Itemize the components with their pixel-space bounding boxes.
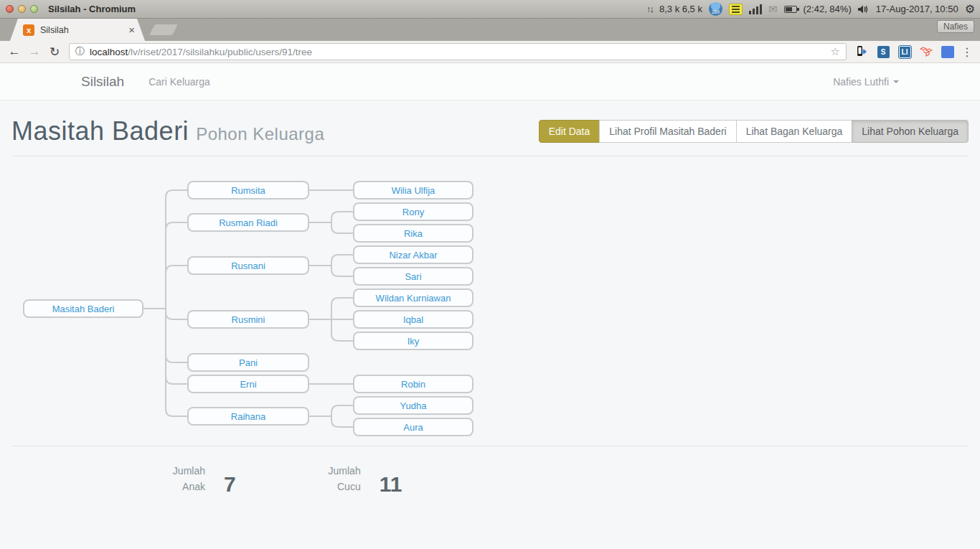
url-path: /lv/riset/2017/silsilahku/public/users/9… bbox=[128, 47, 312, 57]
screen: Silsilah - Chromium ↑↓ 8,3 k 6,5 k 289 ✉… bbox=[0, 0, 980, 549]
url-text: localhost/lv/riset/2017/silsilahku/publi… bbox=[90, 47, 825, 57]
tab-strip: x Silsilah × Nafies bbox=[0, 19, 980, 41]
lihat-profil-button[interactable]: Lihat Profil Masitah Baderi bbox=[599, 120, 736, 143]
page-info-icon[interactable]: ⓘ bbox=[75, 45, 85, 58]
s-extension-icon[interactable]: S bbox=[875, 44, 891, 60]
battery-icon[interactable] bbox=[784, 6, 797, 13]
tree-node[interactable]: Rusnani bbox=[187, 256, 309, 275]
signal-strength-icon[interactable] bbox=[749, 4, 762, 14]
tree-node[interactable]: Erni bbox=[187, 375, 309, 393]
back-button[interactable]: ← bbox=[6, 43, 23, 60]
network-rate-label: 8,3 k 6,5 k bbox=[659, 4, 702, 14]
page-subtitle: Pohon Keluarga bbox=[196, 124, 324, 144]
family-tree: Masitah BaderiRumsitaWilia UlfijaRusman … bbox=[11, 181, 969, 436]
page-title: Masitah BaderiPohon Keluarga bbox=[11, 116, 324, 146]
window-controls bbox=[6, 5, 38, 13]
tree-node[interactable]: Rusmini bbox=[187, 310, 309, 329]
system-tray: ↑↓ 8,3 k 6,5 k 289 ✉ (2:42, 84%) 17-Aug-… bbox=[646, 2, 980, 16]
user-dropdown[interactable]: Nafies Luthfi bbox=[833, 76, 899, 88]
lihat-bagan-button[interactable]: Lihat Bagan Keluarga bbox=[736, 120, 853, 143]
download-badge-icon[interactable]: 289 bbox=[709, 2, 722, 16]
browser-menu-icon[interactable]: ⋮ bbox=[960, 45, 974, 59]
lihat-pohon-button[interactable]: Lihat Pohon Keluarga bbox=[852, 120, 969, 143]
footer-divider bbox=[11, 446, 969, 446]
tree-node[interactable]: Wilia Ulfija bbox=[353, 181, 473, 200]
tree-node[interactable]: Sari bbox=[353, 267, 473, 286]
tree-node[interactable]: Rusman Riadi bbox=[187, 213, 309, 232]
window-close-button[interactable] bbox=[6, 5, 14, 13]
tree-node[interactable]: Iky bbox=[353, 332, 473, 350]
list-indicator-icon[interactable] bbox=[729, 4, 743, 15]
tree-node[interactable]: Robin bbox=[353, 375, 473, 393]
action-button-group: Edit Data Lihat Profil Masitah Baderi Li… bbox=[539, 120, 969, 143]
nav-cari-keluarga[interactable]: Cari Keluarga bbox=[149, 76, 210, 88]
battery-label: (2:42, 84%) bbox=[804, 4, 852, 14]
tree-node[interactable]: Aura bbox=[353, 418, 473, 436]
reload-button[interactable]: ↻ bbox=[46, 43, 63, 60]
tree-node[interactable]: Yudha bbox=[353, 396, 473, 415]
window-maximize-button[interactable] bbox=[30, 5, 38, 13]
li-extension-icon[interactable]: LI bbox=[897, 44, 913, 60]
tree-node[interactable]: Pani bbox=[187, 353, 309, 372]
address-bar[interactable]: ⓘ localhost/lv/riset/2017/silsilahku/pub… bbox=[69, 43, 847, 60]
jumlah-anak-label: Jumlah Anak bbox=[165, 464, 205, 494]
header-divider bbox=[11, 156, 969, 156]
mail-icon[interactable]: ✉ bbox=[768, 3, 778, 16]
tree-node[interactable]: Iqbal bbox=[353, 310, 473, 329]
tree-node[interactable]: Raihana bbox=[187, 407, 309, 426]
username-overlay: Nafies bbox=[937, 20, 974, 33]
tree-node[interactable]: Nizar Akbar bbox=[353, 245, 473, 264]
window-minimize-button[interactable] bbox=[18, 5, 26, 13]
browser-toolbar: ← → ↻ ⓘ localhost/lv/riset/2017/silsilah… bbox=[0, 41, 980, 63]
network-arrows-icon[interactable]: ↑↓ bbox=[646, 4, 653, 14]
brand-link[interactable]: Silsilah bbox=[81, 74, 124, 90]
tab-close-icon[interactable]: × bbox=[128, 24, 135, 35]
chevron-down-icon bbox=[893, 80, 899, 83]
site-navbar: Silsilah Cari Keluarga Nafies Luthfi bbox=[0, 63, 980, 100]
tab-title: Silsilah bbox=[40, 25, 128, 35]
tree-node[interactable]: Rumsita bbox=[187, 181, 309, 200]
jumlah-anak-value: 7 bbox=[224, 474, 236, 495]
new-tab-button[interactable] bbox=[149, 24, 178, 35]
tree-node[interactable]: Rony bbox=[353, 202, 473, 221]
tree-node[interactable]: Wildan Kurniawan bbox=[353, 288, 473, 307]
tab-silsilah[interactable]: x Silsilah × bbox=[10, 19, 145, 41]
volume-icon[interactable] bbox=[858, 4, 870, 14]
tree-node[interactable]: Rika bbox=[353, 224, 473, 243]
url-host: localhost bbox=[90, 47, 128, 57]
jumlah-cucu-label: Jumlah Cucu bbox=[321, 464, 361, 494]
clock-label[interactable]: 17-Aug-2017, 10:50 bbox=[876, 4, 958, 14]
gear-icon[interactable]: ⚙ bbox=[965, 2, 975, 16]
blue-extension-icon[interactable] bbox=[940, 44, 956, 60]
window-titlebar: Silsilah - Chromium ↑↓ 8,3 k 6,5 k 289 ✉… bbox=[0, 0, 980, 19]
push-extension-icon[interactable] bbox=[854, 44, 870, 60]
web-page: Silsilah Cari Keluarga Nafies Luthfi Mas… bbox=[0, 63, 980, 549]
summary-stats: Jumlah Anak 7 Jumlah Cucu 11 bbox=[165, 464, 969, 494]
bookmark-star-icon[interactable]: ☆ bbox=[831, 45, 840, 58]
tree-node[interactable]: Masitah Baderi bbox=[23, 299, 143, 318]
xampp-favicon-icon: x bbox=[23, 24, 34, 36]
window-title: Silsilah - Chromium bbox=[48, 4, 136, 14]
forward-button[interactable]: → bbox=[26, 43, 43, 60]
edit-data-button[interactable]: Edit Data bbox=[539, 120, 600, 143]
laravel-extension-icon[interactable] bbox=[918, 44, 934, 60]
jumlah-cucu-value: 11 bbox=[380, 474, 402, 495]
user-name: Nafies Luthfi bbox=[833, 76, 889, 88]
